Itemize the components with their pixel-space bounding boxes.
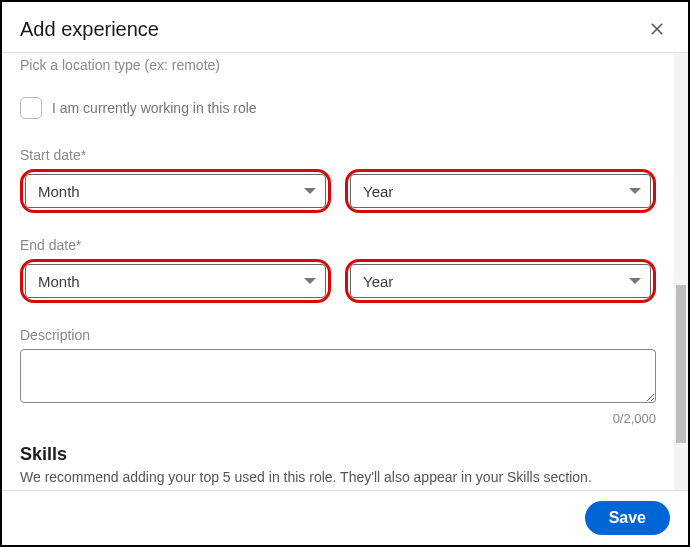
- start-date-label: Start date*: [20, 147, 656, 163]
- highlight-end-month: Month: [20, 259, 331, 303]
- end-month-select-wrap: Month: [25, 264, 326, 298]
- scrollbar-thumb[interactable]: [676, 285, 686, 443]
- end-date-label: End date*: [20, 237, 656, 253]
- location-type-placeholder[interactable]: Pick a location type (ex: remote): [20, 57, 656, 73]
- chevron-down-icon: [304, 188, 316, 194]
- highlight-start-year: Year: [345, 169, 656, 213]
- start-year-select-wrap: Year: [350, 174, 651, 208]
- end-year-value: Year: [363, 273, 393, 290]
- description-textarea[interactable]: [20, 349, 656, 403]
- start-year-value: Year: [363, 183, 393, 200]
- chevron-down-icon: [629, 278, 641, 284]
- end-year-select-wrap: Year: [350, 264, 651, 298]
- modal-title: Add experience: [20, 18, 159, 41]
- chevron-down-icon: [304, 278, 316, 284]
- highlight-start-month: Month: [20, 169, 331, 213]
- scrollbar-track[interactable]: [674, 53, 688, 490]
- current-role-checkbox[interactable]: [20, 97, 42, 119]
- start-month-value: Month: [38, 183, 80, 200]
- save-button[interactable]: Save: [585, 501, 670, 535]
- start-date-row: Month Year: [20, 169, 656, 213]
- close-icon: [648, 20, 666, 38]
- current-role-label: I am currently working in this role: [52, 100, 257, 116]
- skills-title: Skills: [20, 444, 656, 465]
- start-year-select[interactable]: Year: [350, 174, 651, 208]
- end-month-select[interactable]: Month: [25, 264, 326, 298]
- form-content: Pick a location type (ex: remote) I am c…: [2, 53, 674, 490]
- highlight-end-year: Year: [345, 259, 656, 303]
- modal-header: Add experience: [2, 2, 688, 52]
- close-button[interactable]: [644, 16, 670, 42]
- skills-subtitle: We recommend adding your top 5 used in t…: [20, 469, 656, 485]
- start-month-select-wrap: Month: [25, 174, 326, 208]
- modal-footer: Save: [2, 490, 688, 545]
- description-label: Description: [20, 327, 656, 343]
- end-date-row: Month Year: [20, 259, 656, 303]
- description-char-count: 0/2,000: [20, 411, 656, 426]
- scroll-wrap: Pick a location type (ex: remote) I am c…: [2, 53, 688, 490]
- start-month-select[interactable]: Month: [25, 174, 326, 208]
- current-role-row: I am currently working in this role: [20, 97, 656, 119]
- chevron-down-icon: [629, 188, 641, 194]
- end-month-value: Month: [38, 273, 80, 290]
- end-year-select[interactable]: Year: [350, 264, 651, 298]
